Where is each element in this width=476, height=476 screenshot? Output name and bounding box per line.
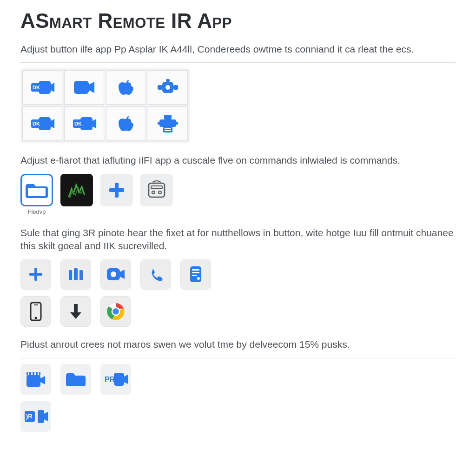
divider	[20, 358, 456, 358]
group-icon	[67, 266, 85, 282]
camera-icon	[106, 267, 126, 281]
printer-icon	[158, 114, 178, 133]
svg-rect-36	[190, 266, 201, 282]
tile-folder-caption: Fledvp	[20, 208, 53, 215]
svg-point-42	[35, 317, 37, 319]
svg-rect-51	[31, 372, 33, 375]
tile-connector[interactable]	[148, 70, 188, 105]
svg-text:DK: DK	[74, 121, 82, 126]
svg-rect-0	[39, 81, 51, 94]
camera-icon: )R	[24, 408, 48, 425]
tile-card[interactable]	[180, 259, 211, 290]
card-icon	[188, 265, 203, 283]
section-4-row-1: PR	[20, 364, 456, 395]
svg-point-28	[159, 191, 161, 194]
tile-dr-camera[interactable]: )R	[20, 401, 51, 432]
svg-point-40	[197, 277, 200, 280]
svg-rect-18	[165, 128, 171, 129]
tile-printer[interactable]	[148, 106, 188, 141]
divider	[20, 62, 456, 63]
section-3-desc: Sule that ging 3R pinote hear the fixet …	[20, 226, 456, 253]
svg-rect-53	[38, 372, 39, 375]
svg-rect-16	[159, 119, 176, 127]
svg-rect-19	[165, 130, 171, 131]
svg-rect-25	[149, 183, 165, 197]
tile-dk-camera[interactable]: DK	[22, 70, 62, 105]
connector-icon	[157, 78, 179, 97]
section-4-desc: Pidust anrout crees not maros swen we vo…	[20, 338, 456, 351]
tile-camera[interactable]	[64, 70, 104, 105]
section-2-desc: Adjust e-fiarot that iafluting iIFI app …	[20, 154, 456, 167]
svg-rect-24	[109, 188, 124, 192]
download-icon	[68, 303, 83, 320]
tile-apple-2[interactable]	[106, 106, 146, 141]
camera-icon: DK	[30, 115, 54, 132]
svg-rect-22	[28, 188, 46, 196]
camera-icon: PR	[104, 371, 128, 388]
svg-rect-31	[69, 270, 72, 280]
svg-rect-38	[192, 272, 199, 273]
section-1: Adjust button ilfe app Pp Asplar IK A44l…	[20, 43, 456, 143]
svg-rect-8	[166, 79, 170, 82]
tile-dk-camera-2[interactable]: DK	[22, 106, 62, 141]
svg-rect-32	[74, 268, 78, 280]
svg-rect-54	[114, 373, 124, 386]
tile-folder-o[interactable]	[60, 364, 91, 395]
section-3-row-2	[20, 296, 456, 327]
svg-point-7	[165, 85, 170, 90]
tile-pr-camera[interactable]: PR	[100, 364, 131, 395]
svg-rect-3	[74, 81, 89, 94]
page-title: ASmart Remote IR App	[20, 9, 456, 33]
tile-download[interactable]	[60, 296, 91, 327]
chrome-icon	[106, 302, 125, 321]
svg-rect-39	[192, 275, 197, 276]
graphic-icon	[66, 179, 87, 201]
section-3-row-1	[20, 259, 456, 290]
svg-rect-30	[29, 273, 42, 276]
tile-camera-o[interactable]	[100, 259, 131, 290]
svg-point-27	[152, 191, 155, 194]
svg-rect-57	[38, 410, 44, 423]
tile-graphic[interactable]	[60, 174, 93, 206]
clapper-icon	[26, 371, 46, 388]
svg-text:PR: PR	[105, 376, 115, 383]
svg-rect-12	[80, 117, 93, 130]
svg-rect-44	[74, 304, 78, 313]
tile-smartphone[interactable]	[20, 296, 51, 327]
apple-icon	[117, 77, 135, 98]
svg-text:DK: DK	[33, 85, 40, 90]
svg-rect-43	[34, 304, 38, 305]
section-1-desc: Adjust button ilfe app Pp Asplar IK A44l…	[20, 43, 456, 56]
svg-rect-17	[163, 127, 172, 132]
apple-icon	[117, 113, 135, 134]
plus-icon	[28, 266, 44, 282]
svg-rect-26	[151, 186, 162, 189]
svg-rect-20	[158, 122, 160, 125]
tile-phone[interactable]	[140, 259, 171, 290]
device-icon	[146, 179, 167, 201]
svg-rect-48	[26, 376, 40, 387]
svg-point-35	[111, 271, 116, 277]
tile-group[interactable]	[60, 259, 91, 290]
tile-plus-2[interactable]	[20, 259, 51, 290]
svg-rect-52	[34, 372, 36, 375]
smartphone-icon	[29, 302, 42, 321]
svg-rect-37	[192, 269, 199, 271]
folder-icon	[26, 181, 48, 199]
camera-icon: DK	[72, 115, 96, 132]
svg-rect-6	[173, 85, 178, 90]
svg-rect-5	[158, 85, 162, 90]
svg-text:DK: DK	[33, 121, 40, 126]
device-grid: DK	[20, 68, 190, 143]
section-3: Sule that ging 3R pinote hear the fixet …	[20, 226, 456, 327]
camera-icon: DK	[30, 79, 54, 96]
tile-apple[interactable]	[106, 70, 146, 105]
camera-icon	[73, 79, 95, 95]
tile-clapper[interactable]	[20, 364, 51, 395]
tile-plus[interactable]	[100, 174, 133, 206]
svg-rect-9	[39, 117, 51, 130]
tile-chrome[interactable]	[100, 296, 131, 327]
tile-device[interactable]	[140, 174, 173, 206]
tile-dk-camera-3[interactable]: DK	[64, 106, 104, 141]
tile-folder[interactable]	[20, 174, 53, 206]
